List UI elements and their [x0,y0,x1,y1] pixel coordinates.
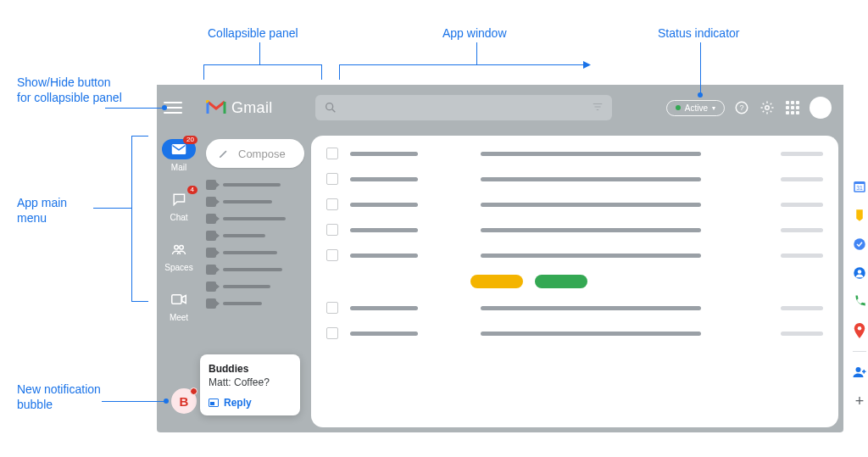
search-icon [324,101,337,114]
mail-icon [171,143,186,155]
checkbox[interactable] [326,302,338,314]
chevron-down-icon: ▾ [712,104,715,112]
rail-item-chat[interactable]: 4 Chat [162,189,196,222]
folder-row[interactable] [206,248,304,258]
help-button[interactable]: ? [733,99,750,116]
search-options-icon[interactable] [592,101,604,115]
compose-button[interactable]: Compose [206,139,304,168]
svg-point-16 [856,367,861,372]
checkbox[interactable] [326,198,338,210]
svg-text:?: ? [739,103,743,112]
checkbox[interactable] [326,148,338,159]
annotation-app-window: App window [442,25,507,41]
status-label: Active [685,103,708,113]
folder-row[interactable] [206,180,304,190]
side-panel-apps: 31 + [847,178,868,410]
svg-point-4 [765,106,770,110]
notification-dot-icon [190,387,198,395]
folder-row[interactable] [206,214,304,224]
label-icon [206,265,216,275]
mail-row[interactable] [326,173,823,185]
reply-label: Reply [224,397,252,409]
mail-row[interactable] [326,249,823,261]
product-logo[interactable]: Gmail [206,99,273,117]
chat-badge: 4 [187,186,198,194]
checkbox[interactable] [326,249,338,261]
folder-list [206,180,304,309]
spaces-icon [171,242,186,256]
notification-bubble: Buddies Matt: Coffee? Reply [200,354,300,415]
rail-label: Chat [170,213,187,222]
annotation-main-menu: App main menu [17,195,93,226]
mail-row[interactable] [326,148,823,159]
side-panel-divider [853,351,866,352]
label-icon [206,298,216,309]
pencil-icon [218,148,230,159]
chip-yellow[interactable] [470,275,523,288]
account-avatar[interactable] [810,97,832,119]
rail-label: Spaces [164,263,192,272]
status-indicator[interactable]: Active ▾ [666,100,725,116]
mail-row-chips [470,275,823,288]
label-icon [206,248,216,258]
notification-avatar-letter: B [180,394,189,409]
annotation-status-indicator: Status indicator [658,25,740,41]
mail-row[interactable] [326,224,823,236]
reply-icon [209,398,219,407]
notification-reply-button[interactable]: Reply [209,397,292,409]
svg-rect-8 [172,295,181,304]
rail-item-spaces[interactable]: Spaces [162,239,196,272]
apps-grid-icon [786,101,799,114]
mail-row[interactable] [326,198,823,210]
google-apps-button[interactable] [784,99,801,116]
label-icon [206,231,216,241]
add-app-button[interactable]: + [851,393,868,410]
chip-green[interactable] [535,275,587,288]
folder-row[interactable] [206,197,304,207]
notification-avatar[interactable]: B [171,388,197,414]
product-name: Gmail [231,99,273,117]
folder-row[interactable] [206,265,304,275]
checkbox[interactable] [326,224,338,236]
rail-label: Mail [171,163,186,172]
annotation-collapsible-panel: Collapsible panel [208,25,298,41]
chat-icon [171,192,186,206]
topbar: Gmail Active ▾ ? [157,85,843,131]
contacts-icon[interactable] [851,265,868,281]
meet-icon [171,293,186,305]
calendar-icon[interactable]: 31 [851,178,868,195]
label-icon [206,281,216,292]
rail-label: Meet [170,313,188,322]
add-person-icon[interactable] [851,364,868,381]
svg-point-15 [858,326,862,331]
status-dot-icon [676,105,681,110]
svg-point-14 [858,270,862,274]
folder-row[interactable] [206,231,304,241]
label-icon [206,214,216,224]
keep-icon[interactable] [851,207,868,224]
settings-button[interactable] [759,99,776,116]
maps-icon[interactable] [851,322,868,339]
compose-label: Compose [238,148,286,160]
notification-message: Matt: Coffee? [209,376,292,388]
mail-row[interactable] [326,327,823,339]
checkbox[interactable] [326,173,338,185]
mail-row[interactable] [326,302,823,314]
notification-title: Buddies [209,363,292,375]
search-input[interactable] [315,95,612,120]
folder-row[interactable] [206,281,304,292]
checkbox[interactable] [326,327,338,339]
gmail-logo-icon [206,100,226,115]
voice-icon[interactable] [851,293,868,310]
svg-point-0 [326,103,332,110]
rail-item-meet[interactable]: Meet [162,289,196,322]
svg-text:31: 31 [856,185,863,191]
label-icon [206,180,216,190]
tasks-icon[interactable] [851,236,868,253]
svg-point-12 [854,238,865,250]
svg-line-1 [332,109,335,112]
label-icon [206,197,216,207]
rail-item-mail[interactable]: 20 Mail [162,139,196,172]
annotation-hamburger: Show/Hide button for collapsible panel [17,75,127,105]
folder-row[interactable] [206,298,304,309]
